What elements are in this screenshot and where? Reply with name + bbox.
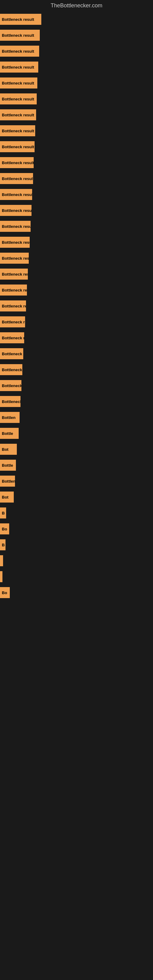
bottleneck-bar: Bottleneck result xyxy=(0,269,28,280)
bottleneck-bar: Bottleneck result xyxy=(0,78,37,89)
bar-label: Bottleneck result xyxy=(2,17,34,22)
bar-label: Bottleneck result xyxy=(2,49,34,54)
bar-row: Bottleneck result xyxy=(0,27,153,43)
bar-row xyxy=(0,553,153,569)
bar-label: Bottleneck result xyxy=(2,368,22,372)
bar-label: Bottleneck r xyxy=(2,320,25,324)
bar-label: Bottleneck result xyxy=(2,272,28,277)
bar-row: Bottleneck result xyxy=(0,202,153,218)
bar-label: B xyxy=(2,542,5,547)
bottleneck-bar: Bottleneck xyxy=(0,380,21,391)
bar-row: Bottleneck result xyxy=(0,43,153,59)
bar-row: Bottleneck result xyxy=(0,155,153,170)
bottleneck-bar: Bottleneck result xyxy=(0,62,38,73)
bar-label: Bot xyxy=(2,447,9,452)
bar-label: B xyxy=(2,511,5,515)
bar-label: Bot xyxy=(2,495,9,500)
bottleneck-bar: Bottleneck result xyxy=(0,205,32,216)
bar-label: Bottleneck res xyxy=(2,399,21,404)
bar-row: Bo xyxy=(0,585,153,601)
bottleneck-bar: Bottlene xyxy=(0,476,15,487)
bar-row: Bo xyxy=(0,521,153,537)
bar-label: Bottleneck result xyxy=(2,240,30,245)
bar-row: Bottleneck result xyxy=(0,282,153,298)
bar-row: Bot xyxy=(0,489,153,505)
bar-label: Bottleneck result xyxy=(2,256,29,261)
bottleneck-bar: B xyxy=(0,508,6,519)
bar-row: Bottleneck result xyxy=(0,170,153,186)
bottleneck-bar: Bottleneck result xyxy=(0,221,30,232)
bar-label: Bottle xyxy=(2,431,13,436)
bar-row: Bottleneck result xyxy=(0,123,153,139)
bottleneck-bar: Bottle xyxy=(0,428,19,439)
bottleneck-bar xyxy=(0,555,3,566)
bottleneck-bar: Bottlen xyxy=(0,412,19,423)
bar-label: Bottleneck res xyxy=(2,352,23,356)
bar-row: Bottleneck xyxy=(0,378,153,393)
bar-label: Bottleneck result xyxy=(2,129,34,133)
bar-row: Bottleneck res xyxy=(0,346,153,362)
bar-row: Bottle xyxy=(0,457,153,473)
bottleneck-bar xyxy=(0,571,2,582)
bottleneck-bar: Bo xyxy=(0,587,10,598)
bar-row: Bottleneck result xyxy=(0,362,153,378)
bottleneck-bar: Bottleneck resu xyxy=(0,301,26,312)
bar-row: Bottleneck result xyxy=(0,234,153,250)
bottleneck-bar: B xyxy=(0,539,5,550)
bottleneck-bar: Bottleneck result xyxy=(0,125,35,136)
bar-label: Bottleneck resu xyxy=(2,304,26,309)
bottleneck-bar: Bottleneck result xyxy=(0,46,39,57)
bar-row: Bottleneck result xyxy=(0,250,153,266)
bar-row xyxy=(0,569,153,585)
bar-row: Bottle xyxy=(0,425,153,441)
bottleneck-bar: Bottle xyxy=(0,460,16,471)
bar-label: Bottlene xyxy=(2,479,15,484)
bar-label: Bottleneck result xyxy=(2,208,32,213)
bar-label: Bo xyxy=(2,590,7,595)
bottleneck-bar: Bottleneck result xyxy=(0,30,40,41)
bottleneck-bar: Bo xyxy=(0,523,9,535)
bar-label: Bottleneck result xyxy=(2,65,34,70)
bar-row: Bottlen xyxy=(0,409,153,425)
bars-container: Bottleneck resultBottleneck resultBottle… xyxy=(0,11,153,601)
bar-label: Bottleneck result xyxy=(2,145,34,149)
bottleneck-bar: Bottleneck result xyxy=(0,109,36,120)
bar-row: Bottleneck result xyxy=(0,11,153,27)
bottleneck-bar: Bottleneck result xyxy=(0,253,29,264)
bar-row: Bottleneck resu xyxy=(0,298,153,314)
bar-label: Bottleneck result xyxy=(2,192,32,197)
bottleneck-bar: Bottleneck result xyxy=(0,94,37,105)
bar-row: Bottleneck result xyxy=(0,75,153,91)
bar-label: Bottleneck result xyxy=(2,97,34,101)
bottleneck-bar: Bottleneck result xyxy=(0,14,41,25)
bar-row: Bottleneck result xyxy=(0,107,153,123)
bar-row: Bottleneck result xyxy=(0,91,153,107)
bar-label: Bottle xyxy=(2,463,13,468)
bar-label: Bo xyxy=(2,527,7,531)
bar-row: Bot xyxy=(0,441,153,457)
bar-label: Bottleneck result xyxy=(2,113,34,117)
bottleneck-bar: Bottleneck res xyxy=(0,396,21,407)
bottleneck-bar: Bottleneck r xyxy=(0,317,25,328)
bar-row: Bottleneck res xyxy=(0,393,153,409)
bar-row: Bottleneck result xyxy=(0,59,153,75)
bottleneck-bar: Bot xyxy=(0,492,14,503)
bottleneck-bar: Bottleneck result xyxy=(0,141,35,152)
bar-row: Bottleneck r xyxy=(0,314,153,330)
site-title: TheBottlenecker.com xyxy=(0,0,153,11)
bar-row: B xyxy=(0,537,153,553)
bar-row: Bottleneck result xyxy=(0,266,153,282)
bottleneck-bar: Bottleneck result xyxy=(0,285,27,296)
bottleneck-bar: Bottleneck res xyxy=(0,348,23,359)
bar-label: Bottleneck result xyxy=(2,288,27,293)
bar-label: Bottleneck result xyxy=(2,177,33,181)
bar-row: Bottlene xyxy=(0,473,153,489)
bar-label: Bottleneck result xyxy=(2,224,30,229)
bar-label: Bottleneck result xyxy=(2,33,34,38)
bar-row: B xyxy=(0,505,153,521)
bar-label: Bottlen xyxy=(2,415,16,420)
bar-label: Bottleneck result xyxy=(2,161,33,165)
bar-row: Bottleneck result xyxy=(0,186,153,202)
bar-row: Bottleneck result xyxy=(0,139,153,155)
bottleneck-bar: Bottleneck resu xyxy=(0,332,24,343)
